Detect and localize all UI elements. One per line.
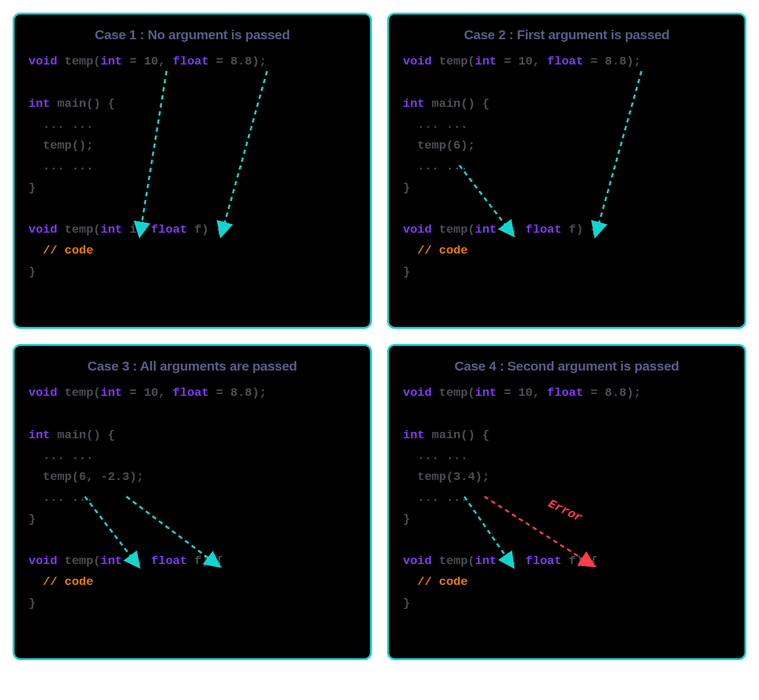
eq10: = 10, xyxy=(122,386,173,400)
kw-int: int xyxy=(475,223,497,236)
panel-case-3: Case 3 : All arguments are passed void t… xyxy=(13,344,372,660)
main: main() { xyxy=(50,428,115,442)
close: } xyxy=(28,512,35,526)
comment: // code xyxy=(403,243,468,257)
kw-float: float xyxy=(547,54,583,68)
dots: ... ... xyxy=(28,159,94,173)
panel-title: Case 4 : Second argument is passed xyxy=(403,359,731,374)
dots: ... ... xyxy=(403,449,468,463)
kw-void: void xyxy=(403,223,432,236)
kw-void: void xyxy=(403,386,432,400)
main: main() { xyxy=(424,428,490,442)
panel-title: Case 3 : All arguments are passed xyxy=(28,359,356,374)
panel-grid: Case 1 : No argument is passed void temp… xyxy=(13,13,746,660)
kw-int: int xyxy=(475,554,497,568)
eq88: = 8.8); xyxy=(583,54,641,68)
def-f: f) { xyxy=(187,223,223,236)
close: } xyxy=(28,596,35,610)
fn-name: temp( xyxy=(58,554,101,568)
close: } xyxy=(403,512,410,526)
call-indent xyxy=(403,138,417,152)
def-f: f) { xyxy=(562,223,598,236)
dots: ... ... xyxy=(28,491,94,505)
eq10: = 10, xyxy=(122,54,173,68)
close: } xyxy=(28,265,35,279)
comment: // code xyxy=(403,575,468,589)
fn-name: temp( xyxy=(58,223,101,236)
eq10: = 10, xyxy=(497,54,547,68)
close: } xyxy=(403,596,410,610)
kw-float: float xyxy=(173,54,209,68)
kw-float: float xyxy=(151,554,187,568)
dots: ... ... xyxy=(403,159,468,173)
call: temp(3.4); xyxy=(417,470,490,484)
dots: ... ... xyxy=(403,118,468,132)
call: temp(6, -2.3); xyxy=(43,470,144,484)
kw-int: int xyxy=(403,428,424,442)
fn-name: temp( xyxy=(432,223,475,236)
kw-void: void xyxy=(403,54,432,68)
panel-title: Case 1 : No argument is passed xyxy=(28,27,356,42)
call: temp(6); xyxy=(417,138,475,152)
fn-name: temp( xyxy=(58,54,101,68)
kw-void: void xyxy=(403,554,432,568)
call: temp(); xyxy=(43,138,94,152)
close: } xyxy=(28,181,35,195)
code-block: void temp(int = 10, float = 8.8); int ma… xyxy=(403,51,731,283)
kw-int: int xyxy=(403,97,424,111)
def-i: i, xyxy=(122,223,151,236)
kw-void: void xyxy=(28,554,58,568)
close: } xyxy=(403,265,410,279)
kw-float: float xyxy=(526,223,562,236)
main: main() { xyxy=(50,97,115,111)
eq88: = 8.8); xyxy=(209,386,266,400)
def-f: f) { xyxy=(562,554,598,568)
eq88: = 8.8); xyxy=(209,54,266,68)
kw-int: int xyxy=(101,386,122,400)
kw-void: void xyxy=(28,223,58,236)
kw-int: int xyxy=(101,54,122,68)
comment: // code xyxy=(28,243,94,257)
kw-float: float xyxy=(151,223,187,236)
code-block: void temp(int = 10, float = 8.8); int ma… xyxy=(28,383,356,614)
code-block: void temp(int = 10, float = 8.8); int ma… xyxy=(28,51,356,283)
panel-case-1: Case 1 : No argument is passed void temp… xyxy=(13,13,372,329)
kw-int: int xyxy=(101,554,122,568)
kw-int: int xyxy=(475,386,497,400)
def-i: i, xyxy=(122,554,151,568)
fn-name: temp( xyxy=(432,554,475,568)
def-i: i, xyxy=(497,554,526,568)
eq10: = 10, xyxy=(497,386,547,400)
kw-int: int xyxy=(475,54,497,68)
comment: // code xyxy=(28,575,94,589)
fn-name: temp( xyxy=(58,386,101,400)
dots: ... ... xyxy=(28,449,94,463)
kw-float: float xyxy=(173,386,209,400)
dots: ... ... xyxy=(403,491,468,505)
fn-name: temp( xyxy=(432,54,475,68)
kw-int: int xyxy=(101,223,122,236)
call-indent xyxy=(28,138,43,152)
code-block: void temp(int = 10, float = 8.8); int ma… xyxy=(403,383,731,614)
def-i: i, xyxy=(497,223,526,236)
kw-void: void xyxy=(28,386,58,400)
kw-int: int xyxy=(28,97,50,111)
panel-title: Case 2 : First argument is passed xyxy=(403,27,731,42)
call-indent xyxy=(403,470,417,484)
kw-float: float xyxy=(526,554,562,568)
call-indent xyxy=(28,470,43,484)
kw-int: int xyxy=(28,428,50,442)
kw-void: void xyxy=(28,54,58,68)
panel-case-2: Case 2 : First argument is passed void t… xyxy=(387,13,746,329)
def-f: f) { xyxy=(187,554,223,568)
close: } xyxy=(403,181,410,195)
panel-case-4: Case 4 : Second argument is passed void … xyxy=(387,344,746,660)
kw-float: float xyxy=(547,386,583,400)
fn-name: temp( xyxy=(432,386,475,400)
eq88: = 8.8); xyxy=(583,386,641,400)
main: main() { xyxy=(424,97,490,111)
dots: ... ... xyxy=(28,118,94,132)
